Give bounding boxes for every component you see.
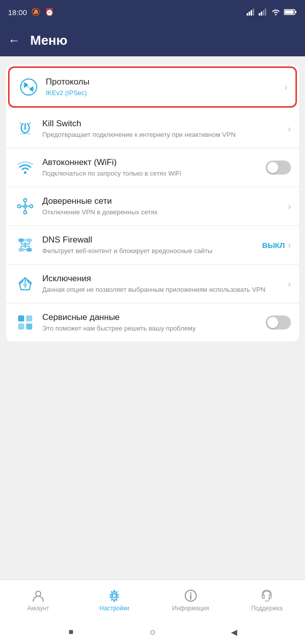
autoconnect-toggle[interactable] <box>266 160 291 175</box>
status-bar: 18:00 🔕 ⏰ <box>0 0 305 24</box>
status-bar-right <box>247 9 297 16</box>
svg-rect-26 <box>19 238 24 242</box>
svg-rect-11 <box>285 11 294 14</box>
back-button[interactable]: ← <box>8 33 20 47</box>
kill-switch-row[interactable]: Kill Switch Предотвращает подключение к … <box>6 110 299 148</box>
svg-rect-42 <box>26 324 32 330</box>
service-data-row[interactable]: Сервисные данные Это поможет нам быстрее… <box>6 303 299 342</box>
nav-info-label: Информация <box>172 605 209 612</box>
alarm-icon: ⏰ <box>45 8 54 17</box>
nav-support-label: Поддержка <box>251 605 283 612</box>
main-content: Протоколы IKEv2 (IPSec) › Kill Switch <box>0 56 305 580</box>
dns-firewall-icon <box>14 234 36 256</box>
exclusions-content: Исключения Данная опция не позволяет выб… <box>42 273 288 294</box>
svg-rect-6 <box>263 10 264 16</box>
dns-firewall-subtitle: Фильтрует веб-контент и блокирует вредон… <box>42 247 262 256</box>
battery-icon <box>284 9 297 16</box>
svg-rect-39 <box>18 315 24 321</box>
dns-firewall-chevron: › <box>288 240 291 251</box>
exclusions-chevron: › <box>288 279 291 289</box>
svg-rect-28 <box>19 248 24 252</box>
trusted-networks-content: Доверенные сети Отключение VPN в доверен… <box>42 196 288 217</box>
svg-point-44 <box>112 594 116 598</box>
dns-firewall-row[interactable]: DNS Firewall Фильтрует веб-контент и бло… <box>6 226 299 265</box>
svg-rect-5 <box>261 12 262 16</box>
svg-point-43 <box>36 591 41 596</box>
nav-settings[interactable]: Настройки <box>77 589 153 612</box>
svg-rect-40 <box>26 315 32 321</box>
nav-account[interactable]: Аккаунт <box>0 589 77 612</box>
svg-point-19 <box>30 205 33 208</box>
exclusions-right: › <box>288 279 291 289</box>
circle-icon: ○ <box>149 626 156 638</box>
protocols-icon <box>18 76 40 98</box>
settings-card: Протоколы IKEv2 (IPSec) › Kill Switch <box>6 64 299 342</box>
protocols-title: Протоколы <box>46 76 284 88</box>
svg-rect-29 <box>27 248 32 252</box>
back-icon: ◀ <box>231 627 237 637</box>
protocols-row[interactable]: Протоколы IKEv2 (IPSec) › <box>8 66 297 108</box>
autoconnect-title: Автоконнект (WiFi) <box>42 157 266 168</box>
svg-point-21 <box>24 211 27 214</box>
svg-point-17 <box>23 204 27 208</box>
account-icon <box>31 589 45 603</box>
back-nav-button[interactable]: ◀ <box>228 626 240 638</box>
svg-rect-1 <box>249 12 250 16</box>
trusted-networks-title: Доверенные сети <box>42 196 288 207</box>
exclusions-row[interactable]: Исключения Данная опция не позволяет выб… <box>6 265 299 303</box>
svg-rect-7 <box>265 9 266 16</box>
protocols-content: Протоколы IKEv2 (IPSec) <box>46 76 284 98</box>
kill-switch-right: › <box>288 124 291 134</box>
time-label: 18:00 <box>8 8 27 17</box>
signal2-icon <box>259 9 268 16</box>
header: ← Меню <box>0 24 305 56</box>
service-data-right <box>266 315 291 330</box>
svg-rect-3 <box>253 9 254 16</box>
trusted-networks-subtitle: Отключение VPN в доверенных сетях <box>42 208 288 217</box>
svg-point-18 <box>18 205 21 208</box>
protocols-subtitle: IKEv2 (IPSec) <box>46 89 284 98</box>
settings-icon <box>107 589 121 603</box>
service-data-title: Сервисные данные <box>42 312 266 323</box>
recent-apps-button[interactable]: ■ <box>65 626 77 638</box>
support-icon <box>260 589 274 603</box>
page-title: Меню <box>30 33 67 48</box>
wifi-icon-status <box>271 9 281 16</box>
kill-switch-icon <box>14 118 36 140</box>
trusted-networks-icon <box>14 195 36 217</box>
svg-rect-2 <box>251 10 252 16</box>
trusted-networks-row[interactable]: Доверенные сети Отключение VPN в доверен… <box>6 187 299 226</box>
svg-rect-4 <box>259 13 260 16</box>
service-data-icon <box>14 311 36 334</box>
svg-point-47 <box>190 592 191 594</box>
dns-firewall-right: ВЫКЛ › <box>262 240 291 251</box>
dns-firewall-status: ВЫКЛ <box>262 241 285 250</box>
signal1-icon <box>247 9 256 16</box>
nav-info[interactable]: Информация <box>152 589 229 612</box>
autoconnect-row[interactable]: Автоконнект (WiFi) Подключаться по запро… <box>6 148 299 187</box>
home-button[interactable]: ○ <box>146 626 159 638</box>
autoconnect-content: Автоконнект (WiFi) Подключаться по запро… <box>42 157 266 178</box>
nav-support[interactable]: Поддержка <box>229 589 306 612</box>
svg-rect-41 <box>18 324 24 330</box>
status-bar-left: 18:00 🔕 ⏰ <box>8 8 54 17</box>
trusted-networks-chevron: › <box>288 201 291 212</box>
kill-switch-content: Kill Switch Предотвращает подключение к … <box>42 118 288 139</box>
nav-account-label: Аккаунт <box>27 605 49 612</box>
service-data-toggle[interactable] <box>266 315 291 330</box>
svg-rect-0 <box>247 13 248 16</box>
kill-switch-chevron: › <box>288 124 291 134</box>
exclusions-subtitle: Данная опция не позволяет выбранным прил… <box>42 285 288 294</box>
autoconnect-subtitle: Подключаться по запросу только в сетях W… <box>42 169 266 178</box>
wifi-setting-icon <box>14 156 36 179</box>
service-data-content: Сервисные данные Это поможет нам быстрее… <box>42 312 266 333</box>
exclusions-icon <box>14 273 36 295</box>
dns-firewall-content: DNS Firewall Фильтрует веб-контент и бло… <box>42 234 262 256</box>
square-icon: ■ <box>68 627 73 636</box>
svg-point-15 <box>24 127 27 130</box>
protocols-right: › <box>284 82 287 93</box>
trusted-networks-right: › <box>288 201 291 212</box>
system-nav: ■ ○ ◀ <box>0 620 305 644</box>
bottom-nav: Аккаунт Настройки Информация Поддер <box>0 580 305 620</box>
nav-settings-label: Настройки <box>100 605 129 612</box>
